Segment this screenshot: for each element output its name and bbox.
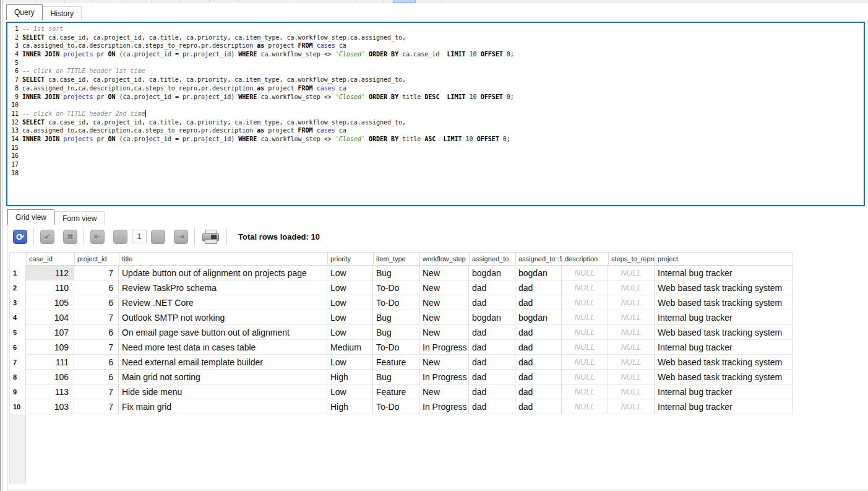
grid-cell-case_id[interactable]: 106 [26, 370, 74, 385]
row-number[interactable]: 1 [10, 266, 26, 280]
grid-cell-steps_to_repro[interactable]: NULL [608, 340, 655, 355]
grid-cell-priority[interactable]: Low [327, 295, 373, 310]
grid-cell-assigned_to_1[interactable]: dad [515, 355, 562, 370]
grid-cell-project_id[interactable]: 6 [74, 355, 119, 370]
grid-cell-project_id[interactable]: 6 [74, 325, 119, 340]
column-header-description[interactable]: description [562, 253, 609, 266]
grid-cell-project[interactable]: Internal bug tracker [655, 266, 793, 280]
grid-cell-workflow_step[interactable]: In Progress [419, 340, 469, 355]
column-header-priority[interactable]: priority [328, 253, 374, 266]
column-header-case_id[interactable]: case_id [27, 253, 75, 266]
grid-cell-item_type[interactable]: To-Do [373, 295, 419, 310]
grid-cell-priority[interactable]: Low [327, 355, 373, 370]
grid-cell-assigned_to_1[interactable]: bogdan [515, 310, 562, 325]
grid-cell-priority[interactable]: Low [327, 266, 373, 280]
grid-cell-item_type[interactable]: Bug [373, 266, 419, 280]
revert-changes-button[interactable]: ✖ [63, 230, 77, 244]
grid-cell-item_type[interactable]: Bug [373, 310, 419, 325]
grid-cell-workflow_step[interactable]: In Progress [419, 399, 469, 414]
grid-cell-description[interactable]: NULL [562, 370, 608, 385]
tab-grid-view[interactable]: Grid view [7, 209, 54, 225]
row-number[interactable]: 3 [10, 295, 26, 310]
row-number[interactable]: 5 [10, 325, 26, 340]
row-number[interactable]: 8 [10, 370, 26, 385]
column-header-assigned_to[interactable]: assigned_to [470, 253, 516, 266]
tab-history[interactable]: History [43, 6, 82, 20]
grid-cell-case_id[interactable]: 112 [26, 266, 74, 280]
grid-cell-description[interactable]: NULL [562, 325, 608, 340]
column-header-assigned_to_1[interactable]: assigned_to::1 [516, 253, 562, 266]
grid-cell-title[interactable]: Review .NET Core [119, 295, 327, 310]
grid-cell-steps_to_repro[interactable]: NULL [608, 355, 655, 370]
grid-cell-steps_to_repro[interactable]: NULL [608, 280, 655, 295]
active-parent-tab[interactable] [393, 0, 416, 3]
grid-cell-assigned_to_1[interactable]: dad [515, 340, 562, 355]
grid-cell-assigned_to[interactable]: bogdan [469, 310, 515, 325]
grid-cell-case_id[interactable]: 103 [26, 399, 74, 414]
row-number[interactable]: 2 [10, 280, 26, 295]
grid-cell-priority[interactable]: Low [327, 310, 373, 325]
grid-cell-steps_to_repro[interactable]: NULL [608, 295, 655, 310]
grid-cell-assigned_to[interactable]: dad [469, 295, 515, 310]
grid-cell-workflow_step[interactable]: New [419, 295, 469, 310]
row-number[interactable]: 7 [10, 355, 26, 370]
grid-cell-project_id[interactable]: 6 [74, 295, 119, 310]
row-number[interactable]: 4 [10, 310, 26, 325]
grid-cell-assigned_to_1[interactable]: dad [515, 280, 562, 295]
grid-cell-case_id[interactable]: 110 [26, 280, 74, 295]
grid-cell-case_id[interactable]: 107 [26, 325, 74, 340]
grid-cell-project[interactable]: Web based task tracking system [655, 325, 793, 340]
grid-cell-project[interactable]: Internal bug tracker [655, 399, 793, 414]
grid-cell-workflow_step[interactable]: New [419, 280, 469, 295]
grid-cell-title[interactable]: Hide side menu [119, 385, 327, 399]
grid-cell-steps_to_repro[interactable]: NULL [608, 370, 655, 385]
grid-cell-assigned_to_1[interactable]: dad [515, 370, 562, 385]
grid-cell-assigned_to_1[interactable]: dad [515, 399, 562, 414]
grid-cell-project_id[interactable]: 7 [74, 266, 119, 280]
grid-cell-assigned_to_1[interactable]: dad [515, 325, 562, 340]
grid-cell-description[interactable]: NULL [562, 385, 608, 399]
grid-cell-description[interactable]: NULL [562, 266, 608, 280]
grid-cell-steps_to_repro[interactable]: NULL [608, 266, 655, 280]
grid-cell-title[interactable]: Fix main grid [119, 399, 327, 414]
grid-cell-steps_to_repro[interactable]: NULL [608, 385, 655, 399]
grid-cell-case_id[interactable]: 109 [26, 340, 74, 355]
grid-cell-project[interactable]: Internal bug tracker [655, 340, 793, 355]
grid-cell-steps_to_repro[interactable]: NULL [608, 310, 655, 325]
grid-cell-item_type[interactable]: To-Do [373, 280, 419, 295]
grid-cell-priority[interactable]: Low [327, 325, 373, 340]
grid-cell-project[interactable]: Internal bug tracker [655, 385, 793, 399]
grid-cell-assigned_to[interactable]: dad [469, 399, 515, 414]
tab-query[interactable]: Query [6, 4, 43, 20]
grid-cell-item_type[interactable]: To-Do [373, 399, 419, 414]
grid-cell-workflow_step[interactable]: New [419, 325, 469, 340]
grid-cell-case_id[interactable]: 113 [26, 385, 74, 399]
grid-cell-assigned_to[interactable]: dad [469, 280, 515, 295]
grid-cell-item_type[interactable]: Feature [373, 385, 419, 399]
grid-cell-title[interactable]: Review TaskPro schema [119, 280, 327, 295]
next-page-button[interactable]: → [151, 230, 165, 244]
grid-cell-item_type[interactable]: Bug [373, 370, 419, 385]
grid-cell-case_id[interactable]: 104 [26, 310, 74, 325]
last-page-button[interactable]: ⇥ [174, 230, 188, 244]
grid-cell-case_id[interactable]: 105 [26, 295, 74, 310]
grid-cell-project[interactable]: Web based task tracking system [655, 295, 793, 310]
grid-cell-workflow_step[interactable]: New [419, 355, 469, 370]
grid-cell-priority[interactable]: High [327, 399, 373, 414]
grid-cell-workflow_step[interactable]: In Progress [419, 370, 469, 385]
column-header-item_type[interactable]: item_type [374, 253, 420, 266]
grid-cell-assigned_to_1[interactable]: bogdan [515, 266, 562, 280]
page-number-input[interactable] [132, 230, 147, 243]
grid-cell-assigned_to_1[interactable]: dad [515, 295, 562, 310]
grid-cell-project[interactable]: Web based task tracking system [655, 280, 793, 295]
grid-cell-project_id[interactable]: 6 [74, 280, 119, 295]
save-changes-button[interactable]: ✔ [40, 230, 54, 244]
grid-cell-item_type[interactable]: Feature [373, 355, 419, 370]
grid-cell-priority[interactable]: Low [327, 280, 373, 295]
grid-cell-project[interactable]: Web based task tracking system [655, 370, 793, 385]
sql-editor[interactable]: 1-- 1st sort2SELECT ca.case_id, ca.proje… [6, 22, 865, 206]
column-header-title[interactable]: title [119, 253, 328, 266]
grid-cell-assigned_to[interactable]: bogdan [469, 266, 515, 280]
column-header-project[interactable]: project [655, 253, 793, 266]
grid-cell-project_id[interactable]: 7 [74, 399, 119, 414]
